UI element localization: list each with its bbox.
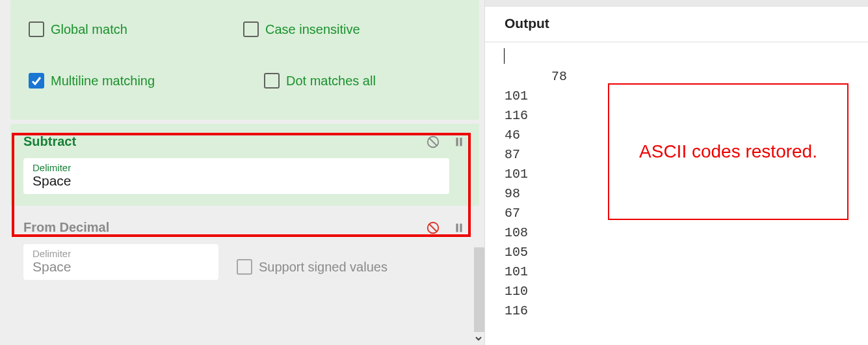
annotation-note: ASCII codes restored. — [608, 83, 848, 220]
pause-op-icon[interactable] — [452, 135, 466, 149]
op-from-decimal: From Decimal Delimiter — [10, 210, 479, 292]
output-title: Output — [485, 7, 868, 42]
checkbox-dot-all[interactable]: Dot matches all — [264, 73, 466, 89]
text-caret-icon — [504, 48, 505, 64]
checkbox-label: Multiline matching — [51, 74, 155, 89]
svg-rect-7 — [460, 223, 462, 232]
recipe-panel: Global match Case insensitive Multiline … — [0, 0, 484, 345]
checkbox-box-checked-icon — [29, 73, 44, 89]
checkbox-label: Global match — [51, 22, 127, 37]
op-regex-options: Global match Case insensitive Multiline … — [10, 0, 479, 120]
output-panel: Output 78 101 116 46 87 101 98 67 108 10… — [484, 0, 868, 345]
checkbox-label: Case insensitive — [265, 22, 360, 37]
field-label: Delimiter — [33, 162, 440, 173]
svg-line-5 — [430, 224, 437, 231]
checkbox-label: Dot matches all — [286, 74, 376, 89]
annotation-text: ASCII codes restored. — [639, 139, 817, 164]
field-value: Space — [33, 173, 440, 189]
op-title: Subtract — [23, 134, 426, 149]
op-subtract: Subtract Delimiter Space — [10, 124, 479, 206]
svg-line-1 — [430, 138, 437, 145]
delimiter-field[interactable]: Delimiter Space — [23, 158, 449, 194]
scrollbar-thumb[interactable] — [474, 247, 484, 332]
svg-rect-6 — [456, 223, 458, 232]
op-title: From Decimal — [23, 220, 426, 235]
field-value: Space — [33, 259, 209, 275]
checkbox-box-icon — [243, 21, 259, 37]
checkbox-box-icon — [264, 73, 280, 89]
checkbox-case-insensitive[interactable]: Case insensitive — [243, 21, 466, 37]
checkbox-support-signed[interactable]: Support signed values — [237, 259, 388, 275]
checkbox-box-icon — [29, 21, 44, 37]
field-label: Delimiter — [33, 248, 209, 259]
scrollbar-down-icon[interactable] — [473, 333, 484, 344]
checkbox-multiline[interactable]: Multiline matching — [29, 73, 243, 89]
pause-op-icon[interactable] — [452, 221, 466, 235]
checkbox-box-icon — [237, 259, 252, 275]
output-toolbar-placeholder — [485, 0, 868, 7]
disable-op-icon[interactable] — [426, 221, 440, 235]
delimiter-field[interactable]: Delimiter Space — [23, 244, 218, 280]
disable-op-icon[interactable] — [426, 135, 440, 149]
svg-rect-3 — [460, 137, 462, 146]
checkbox-label: Support signed values — [259, 260, 388, 275]
checkbox-global-match[interactable]: Global match — [29, 21, 243, 37]
svg-rect-2 — [456, 137, 458, 146]
